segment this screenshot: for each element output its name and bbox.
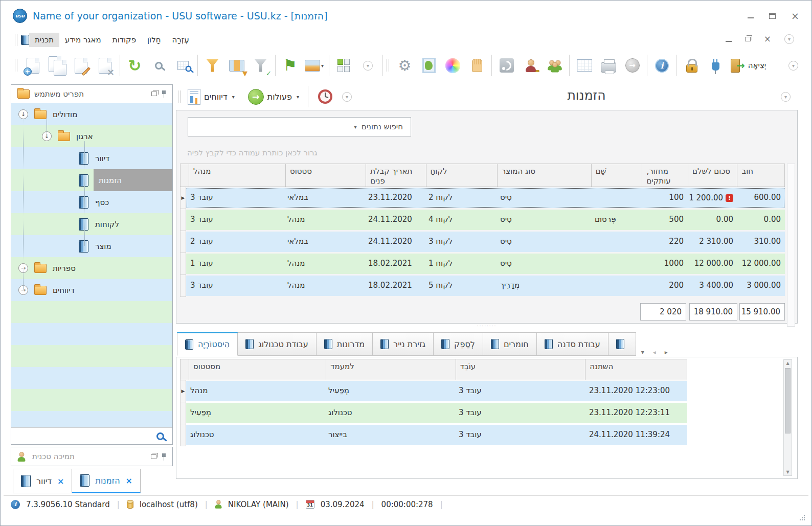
- column-header[interactable]: שֵׁם: [592, 164, 643, 187]
- column-header[interactable]: לקוחַ: [426, 164, 498, 187]
- settings-button[interactable]: ⚙: [393, 53, 417, 78]
- menu-help[interactable]: עֶזְרָה: [167, 33, 195, 47]
- table-row[interactable]: עובד 3 מנהל 18.02.2021 לקוח 5 מְדַרִיך 2…: [180, 275, 785, 297]
- copy-record-button[interactable]: [45, 53, 69, 78]
- column-header[interactable]: מחזור, עותקים: [642, 164, 688, 187]
- column-header[interactable]: עוֹבֵד: [456, 359, 585, 380]
- users-button[interactable]: [543, 53, 567, 78]
- hand-button[interactable]: [465, 53, 489, 78]
- print-button[interactable]: [596, 53, 620, 78]
- tree-item-reports[interactable]: →דיווחים: [11, 279, 172, 301]
- scheduler-clock-icon[interactable]: [317, 88, 333, 105]
- panel-splitter[interactable]: ········: [474, 324, 500, 329]
- tree-item-money[interactable]: כסף: [11, 191, 172, 213]
- mdi-collapse-chevron-icon[interactable]: ▾: [784, 34, 794, 44]
- feed-button[interactable]: [494, 53, 518, 78]
- tab-paper-cutting[interactable]: גזירת נייר: [373, 332, 434, 356]
- column-header[interactable]: סכום לשלם: [688, 164, 738, 187]
- column-header[interactable]: חוב: [737, 164, 785, 187]
- collapse-arrow-icon[interactable]: ↓: [18, 109, 28, 119]
- tree-item-directories[interactable]: →ספריות: [11, 257, 172, 279]
- maximize-icon[interactable]: [769, 13, 776, 19]
- tree-item-organization[interactable]: ↓ארגון: [11, 125, 172, 147]
- pin-icon[interactable]: [162, 453, 166, 461]
- data-search-box[interactable]: חיפוש נתונים ▾: [188, 117, 411, 136]
- mdi-restore-icon[interactable]: [745, 37, 751, 41]
- scroll-down-icon[interactable]: ▼: [784, 470, 792, 474]
- tab-list-chevron-icon[interactable]: ▾: [641, 349, 644, 356]
- toolbar-grip[interactable]: [15, 59, 17, 72]
- reports-button[interactable]: דיווחים: [204, 92, 228, 102]
- tab-materials[interactable]: חומרים: [483, 332, 537, 356]
- module-toolbar-grip[interactable]: [178, 90, 181, 103]
- window-tab-mailing[interactable]: דיוור ×: [13, 469, 72, 493]
- delete-record-button[interactable]: ×: [93, 53, 117, 78]
- menu-database[interactable]: מאגר מידע: [59, 33, 107, 47]
- lock-button[interactable]: [680, 53, 704, 78]
- search-icon[interactable]: [156, 432, 164, 440]
- tab-supplier[interactable]: לְסַפֵּק: [434, 332, 483, 356]
- colors-button[interactable]: [441, 53, 465, 78]
- expand-arrow-icon[interactable]: →: [18, 263, 28, 273]
- panel-restore-icon[interactable]: [151, 92, 157, 96]
- column-header[interactable]: סטטוס: [286, 164, 366, 187]
- info-button[interactable]: i: [650, 53, 674, 78]
- mdi-close-icon[interactable]: ×: [764, 35, 771, 43]
- scrollbar-thumb[interactable]: [785, 368, 791, 433]
- map-button[interactable]: [417, 53, 441, 78]
- scroll-up-icon[interactable]: ▲: [784, 361, 792, 365]
- history-scrollbar[interactable]: ▲ ▼: [783, 359, 792, 476]
- user-access-button[interactable]: [518, 53, 543, 78]
- collapse-toolbar-button[interactable]: ▾: [356, 53, 380, 78]
- table-row[interactable]: ▶ עובד 3 במלאי 23.11.2020 לקוח 2 טִיס 10…: [180, 187, 785, 209]
- panel-chevron-icon[interactable]: ▾: [781, 92, 791, 102]
- menu-window[interactable]: חָלוֹן: [142, 33, 167, 47]
- edit-record-button[interactable]: [69, 53, 93, 78]
- table-row[interactable]: ▶ מנהל מְפַעִיל עובד 3 23.11.2020 12:23:…: [180, 380, 687, 402]
- tree-item-orders[interactable]: הזמנות: [11, 169, 172, 191]
- tab-history[interactable]: הִיסטוֹרְיָה: [177, 332, 238, 356]
- collapse-arrow-icon[interactable]: ↓: [42, 131, 52, 141]
- column-header[interactable]: השתנה: [585, 359, 687, 380]
- panel-restore-icon[interactable]: [151, 454, 156, 459]
- actions-button[interactable]: פעולות: [267, 92, 292, 102]
- table-row[interactable]: מְפַעִיל טכנולוג עובד 3 23.11.2020 12:23…: [180, 402, 687, 424]
- tab-scroll-left-icon[interactable]: ◂: [653, 349, 656, 356]
- menu-commands[interactable]: פקודות: [107, 33, 142, 47]
- tree-item-product[interactable]: מוצר: [11, 235, 172, 257]
- forward-button[interactable]: →: [620, 53, 644, 78]
- menu-program[interactable]: תכנית: [29, 33, 59, 47]
- tab-slopes[interactable]: מדרונות: [317, 332, 373, 356]
- tech-support-panel[interactable]: תמיכה טכנית: [11, 447, 173, 466]
- expand-arrow-icon[interactable]: →: [18, 285, 28, 295]
- grid-view-button[interactable]: [572, 53, 596, 78]
- table-row[interactable]: עובד 1 מנהל 18.02.2021 לקוח 1 טִיס 1000 …: [180, 253, 785, 275]
- pin-icon[interactable]: [162, 90, 166, 98]
- column-header[interactable]: למעמד: [326, 359, 456, 380]
- filter-columns-button[interactable]: ▼: [224, 53, 249, 78]
- tree-item-customers[interactable]: לקוחות: [11, 213, 172, 235]
- menubar-grip[interactable]: [15, 34, 17, 46]
- table-row[interactable]: עובד 3 מנהל 24.11.2020 לקוח 4 טִיס פְּרס…: [180, 209, 785, 231]
- tab-clipped[interactable]: [608, 332, 636, 356]
- flag-button[interactable]: ⚑: [278, 53, 302, 78]
- close-icon[interactable]: ×: [791, 11, 799, 21]
- table-row[interactable]: עובד 2 במלאי 24.11.2020 לקוח 3 טִיס 220 …: [180, 231, 785, 253]
- plug-button[interactable]: [704, 53, 728, 78]
- layout-button[interactable]: [332, 53, 356, 78]
- window-tab-orders[interactable]: הזמנות ×: [72, 469, 141, 493]
- collapse-chevron-icon[interactable]: ▾: [342, 92, 352, 102]
- filter-apply-button[interactable]: ✓: [249, 53, 273, 78]
- column-header[interactable]: מנהל: [189, 164, 286, 187]
- table-row[interactable]: טכנולוג בייצור עובד 3 24.11.2020 11:39:2…: [180, 424, 687, 446]
- chevron-down-icon[interactable]: ▾: [297, 94, 299, 100]
- advanced-search-button[interactable]: [171, 53, 195, 78]
- close-tab-icon[interactable]: ×: [57, 476, 64, 486]
- tab-workshop-work[interactable]: עבודת סדנה: [537, 332, 608, 356]
- tree-item-modules[interactable]: ↓מודולים: [11, 103, 172, 125]
- image-button[interactable]: ▾: [302, 53, 326, 78]
- close-tab-icon[interactable]: ×: [126, 476, 132, 486]
- search-button[interactable]: [147, 53, 171, 78]
- mdi-minimize-icon[interactable]: [726, 41, 732, 42]
- minimize-icon[interactable]: [748, 17, 754, 18]
